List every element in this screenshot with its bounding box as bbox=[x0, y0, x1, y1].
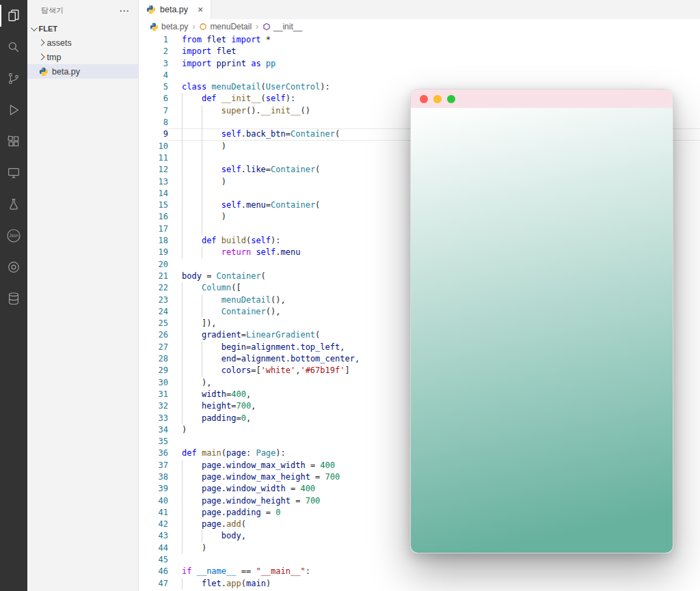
indent-guide bbox=[202, 164, 202, 176]
run-debug-icon[interactable] bbox=[0, 94, 27, 126]
indent-guide bbox=[182, 377, 183, 389]
testing-beaker-icon[interactable] bbox=[0, 189, 27, 220]
tab-bar: beta.py × bbox=[139, 0, 700, 19]
line-number: 30 bbox=[139, 377, 168, 389]
extensions-icon[interactable] bbox=[0, 126, 27, 157]
indent-guide bbox=[182, 128, 183, 140]
indent-guide bbox=[182, 188, 183, 200]
database-tool-icon[interactable] bbox=[0, 283, 27, 314]
breadcrumb-label: __init__ bbox=[273, 22, 302, 31]
sidebar-item-assets[interactable]: assets bbox=[27, 36, 138, 50]
code-line: 4 bbox=[139, 70, 700, 81]
line-number: 25 bbox=[139, 318, 168, 329]
code-line: 2import flet bbox=[139, 46, 700, 57]
line-number: 31 bbox=[139, 389, 168, 400]
code-line-content[interactable] bbox=[168, 554, 700, 566]
line-number: 14 bbox=[139, 188, 168, 200]
breadcrumb-label: beta.py bbox=[161, 22, 188, 31]
line-number: 41 bbox=[139, 507, 168, 519]
indent-guide bbox=[202, 105, 202, 117]
line-number: 5 bbox=[139, 81, 168, 93]
indent-guide bbox=[182, 247, 183, 258]
python-file-icon bbox=[150, 23, 159, 31]
tab-beta-py[interactable]: beta.py × bbox=[139, 0, 211, 19]
explorer-sidebar: 탐색기 ⋯ FLET assets tmp beta.py bbox=[27, 0, 139, 591]
indent-guide bbox=[202, 306, 202, 318]
more-actions-icon[interactable]: ⋯ bbox=[119, 8, 130, 14]
minimize-traffic-light[interactable] bbox=[433, 95, 442, 103]
line-number: 35 bbox=[139, 436, 168, 448]
circle-tool-icon[interactable] bbox=[0, 251, 27, 283]
indent-guide bbox=[182, 353, 183, 365]
explorer-icon[interactable] bbox=[0, 0, 27, 31]
code-line-content[interactable]: from flet import * bbox=[168, 34, 700, 46]
code-line-content[interactable] bbox=[168, 70, 700, 81]
indent-guide bbox=[182, 117, 183, 128]
line-number: 46 bbox=[139, 566, 168, 577]
code-line-content[interactable]: flet.app(main) bbox=[168, 578, 700, 590]
indent-guide bbox=[202, 141, 202, 152]
line-number: 2 bbox=[139, 46, 168, 57]
indent-guide bbox=[182, 578, 183, 590]
line-number: 10 bbox=[139, 141, 168, 152]
close-tab-icon[interactable]: × bbox=[198, 5, 203, 14]
sidebar-title: 탐색기 bbox=[41, 5, 64, 16]
indent-guide bbox=[182, 164, 183, 176]
preview-titlebar[interactable] bbox=[411, 90, 673, 108]
remote-explorer-icon[interactable] bbox=[0, 157, 27, 189]
indent-guide bbox=[182, 519, 183, 530]
indent-guide bbox=[182, 400, 183, 412]
code-line-content[interactable]: import flet bbox=[168, 46, 700, 57]
sidebar-item-beta-py[interactable]: beta.py bbox=[27, 64, 138, 79]
line-number: 29 bbox=[139, 365, 168, 376]
flet-app-window[interactable] bbox=[410, 89, 673, 553]
indent-guide bbox=[182, 176, 183, 188]
code-line-content[interactable]: import pprint as pp bbox=[168, 58, 700, 70]
folder-label: tmp bbox=[47, 53, 62, 62]
code-line-content[interactable]: if __name__ == "__main__": bbox=[168, 566, 700, 577]
json-tool-icon[interactable]: Json bbox=[0, 220, 27, 251]
activity-bar: Json bbox=[0, 0, 27, 591]
line-number: 39 bbox=[139, 483, 168, 495]
breadcrumb: beta.py › menuDetail › __init__ bbox=[139, 19, 700, 34]
line-number: 4 bbox=[139, 70, 168, 81]
indent-guide bbox=[182, 471, 183, 483]
folder-section-flet[interactable]: FLET bbox=[27, 21, 138, 36]
line-number: 42 bbox=[139, 519, 168, 530]
indent-guide bbox=[202, 128, 202, 140]
line-number: 33 bbox=[139, 413, 168, 424]
breadcrumb-class[interactable]: menuDetail bbox=[199, 22, 252, 31]
indent-guide bbox=[202, 342, 202, 353]
indent-guide bbox=[182, 413, 183, 424]
indent-guide bbox=[202, 353, 202, 365]
line-number: 44 bbox=[139, 542, 168, 554]
chevron-right-icon bbox=[38, 54, 44, 60]
indent-guide bbox=[202, 211, 202, 223]
indent-guide bbox=[182, 294, 183, 306]
zoom-traffic-light[interactable] bbox=[447, 95, 455, 103]
close-traffic-light[interactable] bbox=[420, 95, 428, 103]
line-number: 27 bbox=[139, 342, 168, 353]
indent-guide bbox=[182, 483, 183, 495]
line-number: 34 bbox=[139, 424, 168, 436]
breadcrumb-file[interactable]: beta.py bbox=[150, 22, 188, 31]
code-line: 1from flet import * bbox=[139, 34, 700, 46]
line-number: 6 bbox=[139, 93, 168, 105]
python-file-icon bbox=[146, 5, 156, 14]
indent-guide bbox=[202, 176, 202, 188]
python-file-icon bbox=[39, 67, 49, 77]
search-icon[interactable] bbox=[0, 31, 27, 63]
indent-guide bbox=[182, 329, 183, 341]
indent-guide bbox=[182, 152, 183, 164]
source-control-icon[interactable] bbox=[0, 63, 27, 94]
indent-guide bbox=[202, 247, 202, 258]
tab-label: beta.py bbox=[160, 5, 188, 14]
line-number: 16 bbox=[139, 211, 168, 223]
breadcrumb-method[interactable]: __init__ bbox=[262, 22, 302, 31]
indent-guide bbox=[202, 294, 202, 306]
sidebar-item-tmp[interactable]: tmp bbox=[27, 50, 138, 64]
line-number: 13 bbox=[139, 176, 168, 188]
indent-guide bbox=[182, 365, 183, 376]
line-number: 18 bbox=[139, 235, 168, 247]
indent-guide bbox=[182, 389, 183, 400]
